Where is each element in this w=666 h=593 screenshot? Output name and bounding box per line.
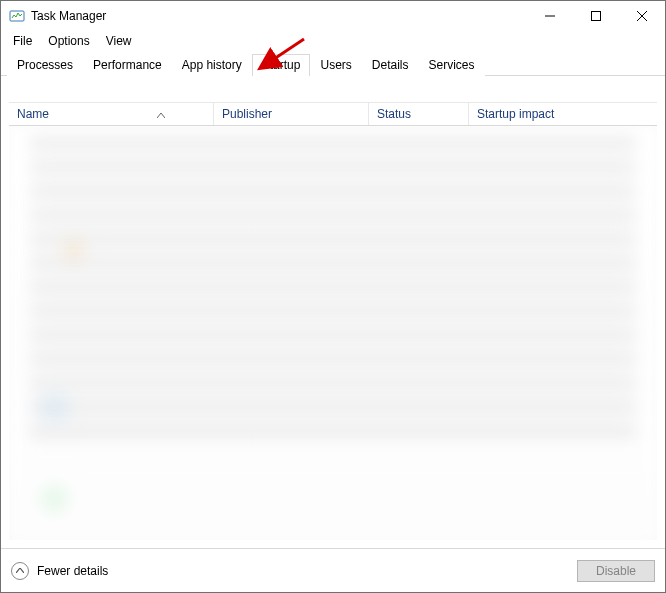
- sort-ascending-icon: [157, 107, 165, 121]
- tab-details[interactable]: Details: [362, 54, 419, 76]
- tab-startup[interactable]: Startup: [252, 54, 311, 76]
- blurred-rows: [9, 126, 657, 540]
- menubar: File Options View: [1, 31, 665, 51]
- tab-users[interactable]: Users: [310, 54, 361, 76]
- column-startup-impact[interactable]: Startup impact: [469, 103, 599, 125]
- column-publisher-label: Publisher: [222, 107, 272, 121]
- close-button[interactable]: [619, 1, 665, 31]
- tabstrip: Processes Performance App history Startu…: [1, 53, 665, 76]
- svg-rect-2: [592, 12, 601, 21]
- disable-button[interactable]: Disable: [577, 560, 655, 582]
- menu-file[interactable]: File: [5, 32, 40, 50]
- minimize-button[interactable]: [527, 1, 573, 31]
- menu-view[interactable]: View: [98, 32, 140, 50]
- maximize-button[interactable]: [573, 1, 619, 31]
- chevron-up-circle-icon: [11, 562, 29, 580]
- window-controls: [527, 1, 665, 31]
- column-name[interactable]: Name: [9, 103, 214, 125]
- startup-list[interactable]: [9, 126, 657, 540]
- column-status-label: Status: [377, 107, 411, 121]
- column-impact-label: Startup impact: [477, 107, 554, 121]
- menu-options[interactable]: Options: [40, 32, 97, 50]
- content-area: Name Publisher Status Startup impact: [1, 76, 665, 548]
- task-manager-icon: [9, 8, 25, 24]
- column-name-label: Name: [17, 107, 49, 121]
- column-status[interactable]: Status: [369, 103, 469, 125]
- tab-processes[interactable]: Processes: [7, 54, 83, 76]
- column-publisher[interactable]: Publisher: [214, 103, 369, 125]
- fewer-details-label: Fewer details: [37, 564, 108, 578]
- table-header: Name Publisher Status Startup impact: [9, 102, 657, 126]
- tab-app-history[interactable]: App history: [172, 54, 252, 76]
- tab-services[interactable]: Services: [419, 54, 485, 76]
- window-title: Task Manager: [31, 9, 527, 23]
- footer: Fewer details Disable: [1, 548, 665, 592]
- fewer-details-button[interactable]: Fewer details: [11, 562, 108, 580]
- titlebar: Task Manager: [1, 1, 665, 31]
- tab-performance[interactable]: Performance: [83, 54, 172, 76]
